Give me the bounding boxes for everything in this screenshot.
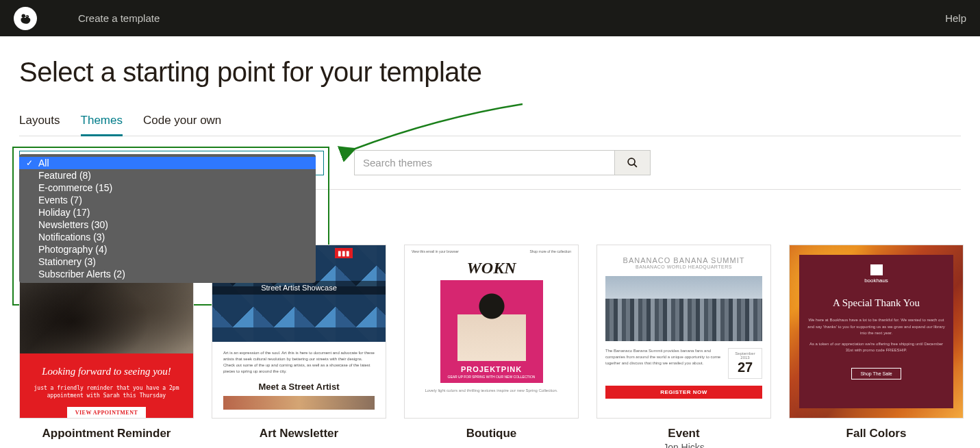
svg-point-2 xyxy=(27,16,27,16)
dropdown-option-holiday[interactable]: Holiday (17) xyxy=(19,206,316,219)
breadcrumb[interactable]: Create a template xyxy=(78,12,160,24)
dropdown-option-newsletters[interactable]: Newsletters (30) xyxy=(19,219,316,231)
dropdown-option-notifications[interactable]: Notifications (3) xyxy=(19,231,316,243)
tab-layouts[interactable]: Layouts xyxy=(19,114,60,136)
dropdown-option-all[interactable]: All xyxy=(19,157,316,169)
template-thumbnail: View this email in your browserShop more… xyxy=(404,245,579,419)
category-dropdown-menu: All Featured (8) E-commerce (15) Events … xyxy=(19,154,316,283)
dropdown-option-featured[interactable]: Featured (8) xyxy=(19,169,316,182)
mailchimp-logo-icon[interactable] xyxy=(14,7,37,30)
dropdown-option-events[interactable]: Events (7) xyxy=(19,194,316,206)
template-tabs: Layouts Themes Code your own xyxy=(19,114,961,136)
template-title: Boutique xyxy=(404,427,579,440)
tab-code-your-own[interactable]: Code your own xyxy=(143,114,221,136)
help-link[interactable]: Help xyxy=(945,12,966,24)
svg-line-4 xyxy=(634,164,637,167)
filter-row: All Featured (8) E-commerce (15) Events … xyxy=(19,136,961,190)
template-thumbnail: BANANACO BANANA SUMMIT BANANACO WORLD HE… xyxy=(596,245,771,419)
template-card-event[interactable]: BANANACO BANANA SUMMIT BANANACO WORLD HE… xyxy=(596,245,771,448)
template-author: Jon Hicks xyxy=(596,442,771,448)
svg-point-0 xyxy=(22,14,26,17)
template-title: Fall Colors xyxy=(789,427,964,440)
template-thumbnail: bookhaus A Special Thank You We here at … xyxy=(789,245,964,419)
dropdown-option-photography[interactable]: Photography (4) xyxy=(19,243,316,256)
template-title: Appointment Reminder xyxy=(19,427,194,440)
dropdown-option-subscriber-alerts[interactable]: Subscriber Alerts (2) xyxy=(19,268,316,280)
page-title: Select a starting point for your templat… xyxy=(19,57,961,88)
search-icon xyxy=(627,157,638,169)
template-title: Event xyxy=(596,427,771,440)
dropdown-option-ecommerce[interactable]: E-commerce (15) xyxy=(19,182,316,194)
app-header: Create a template Help xyxy=(0,0,980,36)
dropdown-option-stationery[interactable]: Stationery (3) xyxy=(19,256,316,268)
template-title: Art Newsletter xyxy=(212,427,386,440)
search-input[interactable] xyxy=(354,150,614,175)
tab-themes[interactable]: Themes xyxy=(81,114,123,136)
template-card-fall-colors[interactable]: bookhaus A Special Thank You We here at … xyxy=(789,245,964,448)
search-button[interactable] xyxy=(614,150,651,175)
svg-point-3 xyxy=(628,158,635,165)
template-card-boutique[interactable]: View this email in your browserShop more… xyxy=(404,245,579,448)
